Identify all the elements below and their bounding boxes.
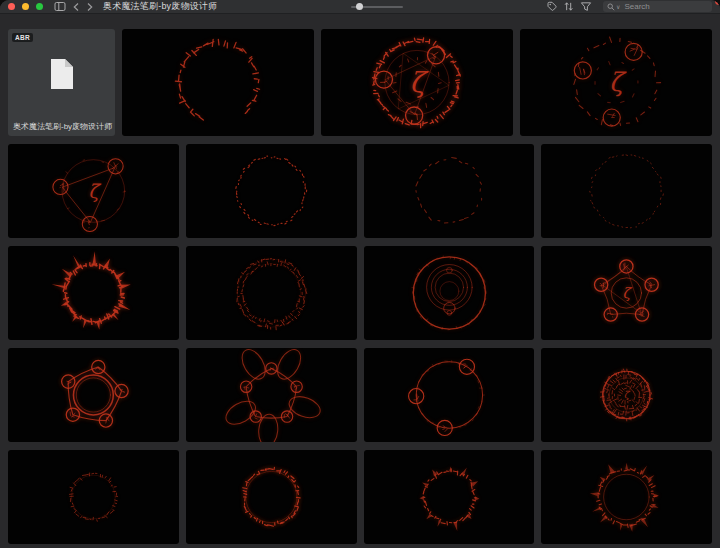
magnifier-icon — [607, 3, 615, 11]
svg-text:ζ: ζ — [623, 285, 633, 301]
funnel-icon[interactable] — [580, 1, 592, 12]
minimize-button[interactable] — [22, 3, 29, 10]
app-window: 奥术魔法笔刷-by废物设计师 ∨ Search — [0, 0, 720, 548]
slider-knob[interactable] — [356, 3, 363, 10]
asset-thumbnail[interactable] — [122, 29, 314, 136]
asset-thumbnail[interactable]: ζζ — [541, 246, 712, 340]
search-input[interactable]: ∨ Search — [603, 1, 712, 12]
thumbnail-size-slider[interactable] — [351, 0, 403, 13]
asset-thumbnail[interactable] — [8, 348, 179, 442]
asset-thumbnail[interactable] — [8, 450, 179, 544]
back-button[interactable] — [72, 2, 80, 12]
tag-icon[interactable] — [546, 1, 557, 12]
close-button[interactable] — [8, 3, 15, 10]
window-title: 奥术魔法笔刷-by废物设计师 — [103, 0, 217, 13]
asset-thumbnail[interactable] — [364, 450, 535, 544]
toolbar: 奥术魔法笔刷-by废物设计师 ∨ Search — [0, 0, 720, 14]
file-card-abr[interactable]: ABR 奥术魔法笔刷-by废物设计师 — [8, 29, 115, 136]
svg-text:ζ: ζ — [88, 180, 102, 202]
asset-thumbnail[interactable] — [541, 144, 712, 238]
asset-thumbnail[interactable] — [364, 144, 535, 238]
asset-thumbnail[interactable]: ζζ — [321, 29, 513, 136]
asset-thumbnail[interactable] — [186, 144, 357, 238]
zoom-button[interactable] — [36, 3, 43, 10]
notification-dot — [715, 0, 720, 5]
asset-thumbnail[interactable] — [364, 348, 535, 442]
asset-thumbnail[interactable] — [186, 246, 357, 340]
svg-text:ζ: ζ — [624, 389, 631, 400]
svg-text:ζ: ζ — [409, 66, 429, 99]
asset-grid: ABR 奥术魔法笔刷-by废物设计师 ζζζζ ζζζζζζ — [0, 14, 720, 548]
forward-button[interactable] — [86, 2, 94, 12]
search-placeholder: Search — [624, 2, 649, 11]
file-type-badge: ABR — [12, 33, 33, 42]
search-scope-chevron-icon[interactable]: ∨ — [616, 3, 620, 10]
asset-thumbnail[interactable] — [541, 450, 712, 544]
asset-thumbnail[interactable] — [186, 348, 357, 442]
sidebar-toggle-icon[interactable] — [54, 1, 66, 12]
file-name: 奥术魔法笔刷-by废物设计师 — [8, 121, 115, 132]
svg-text:ζ: ζ — [609, 67, 627, 97]
asset-thumbnail[interactable]: ζζ — [541, 348, 712, 442]
asset-thumbnail[interactable] — [8, 246, 179, 340]
asset-thumbnail[interactable]: ζζ — [520, 29, 712, 136]
asset-thumbnail[interactable] — [364, 246, 535, 340]
sort-arrows-icon[interactable] — [563, 1, 574, 12]
asset-thumbnail[interactable] — [186, 450, 357, 544]
document-icon — [49, 58, 75, 94]
asset-thumbnail[interactable]: ζζ — [8, 144, 179, 238]
